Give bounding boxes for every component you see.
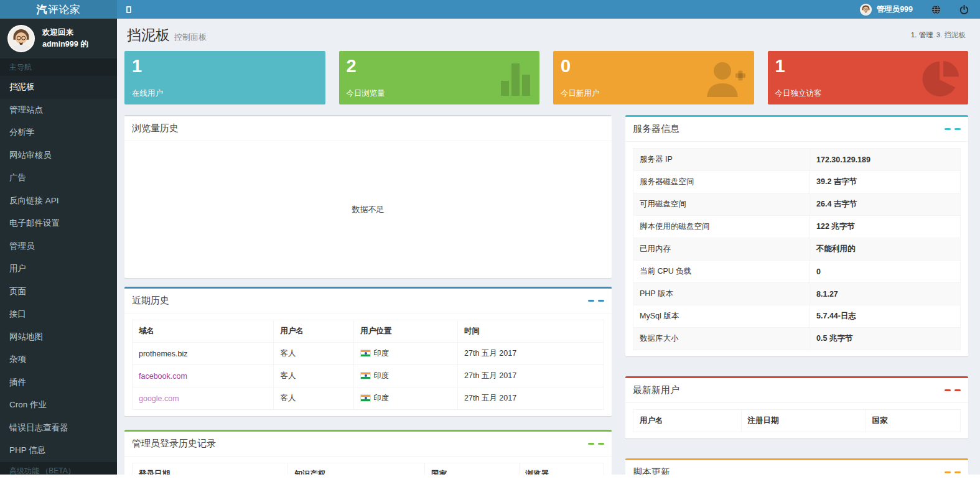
sidebar-item-api[interactable]: 接口: [0, 303, 117, 326]
domain-link[interactable]: google.com: [139, 394, 179, 403]
script-update-panel: 脚本更新 您的版本 2.8 版: [625, 458, 968, 475]
time-cell: 27th 五月 2017: [458, 387, 604, 410]
stat-row: 1 在线用户 2 今日浏览量 0 今日新用户: [124, 51, 968, 104]
column-header: 国家: [424, 463, 519, 475]
collapse-button[interactable]: [945, 389, 951, 392]
column-header: 用户名: [633, 410, 742, 432]
time-cell: 27th 五月 2017: [458, 343, 604, 365]
panel-title: 脚本更新: [633, 466, 670, 475]
panel-title: 最新新用户: [633, 384, 679, 396]
stat-label: 在线用户: [132, 88, 318, 99]
panel-tools: [945, 471, 961, 474]
table-row: google.com 客人 印度 27th 五月 2017: [133, 387, 604, 410]
sidebar-item-pages[interactable]: 页面: [0, 280, 117, 304]
sidebar-item-site-auditor[interactable]: 网站审核员: [0, 144, 117, 167]
sidebar-item-analytics[interactable]: 分析学: [0, 121, 117, 144]
pie-chart-icon: [922, 60, 961, 100]
welcome-text: 欢迎回来 admin999 的: [42, 27, 88, 51]
sidebar-menu: 主导航 挡泥板 管理站点 分析学 网站审核员 广告 反向链接 API 电子邮件设…: [0, 58, 117, 475]
recent-history-panel: 近期历史 域名 用户名 用户位置 时间: [124, 287, 612, 416]
remove-button[interactable]: [954, 128, 961, 131]
table-row: 服务器 IP172.30.129.189: [633, 149, 961, 171]
table-row: PHP 版本8.1.27: [633, 283, 961, 305]
table-row: 脚本使用的磁盘空间122 兆字节: [633, 216, 961, 238]
sidebar-item-error-log-viewer[interactable]: 错误日志查看器: [0, 417, 117, 440]
brand-logo[interactable]: 汽评论家: [0, 0, 117, 19]
server-info-panel: 服务器信息 服务器 IP172.30.129.189 服务器磁盘空间39.2 吉…: [625, 115, 968, 356]
stat-value: 1: [132, 57, 318, 75]
welcome-line1: 欢迎回来: [42, 27, 88, 39]
content-wrapper: 挡泥板控制面板 管理 > 挡泥板 1 在线用户 2 今日浏览量 0: [117, 19, 980, 475]
column-header: 注册日期: [741, 410, 866, 432]
side-column: 服务器信息 服务器 IP172.30.129.189 服务器磁盘空间39.2 吉…: [625, 115, 968, 475]
sidebar-item-cron-jobs[interactable]: Cron 作业: [0, 394, 117, 417]
table-row: 数据库大小0.5 兆字节: [633, 328, 961, 350]
brand-logo-bold: 汽: [37, 2, 48, 17]
stat-box-today-views[interactable]: 2 今日浏览量: [339, 51, 540, 104]
stat-box-unique-visitors[interactable]: 1 今日独立访客: [768, 51, 969, 104]
sidebar-section-advanced: 高级功能 （BETA）: [0, 462, 117, 475]
power-icon: [959, 5, 969, 14]
no-data-message: 数据不足: [352, 204, 385, 215]
menu-toggle-icon: [126, 6, 131, 13]
sidebar-item-users[interactable]: 用户: [0, 257, 117, 280]
sidebar-item-misc[interactable]: 杂项: [0, 348, 117, 371]
remove-button[interactable]: [598, 443, 604, 445]
india-flag-icon: [360, 372, 371, 379]
user-plus-icon: [706, 60, 747, 99]
views-history-chart-area: 数据不足: [124, 141, 612, 278]
table-row: 服务器磁盘空间39.2 吉字节: [633, 171, 961, 193]
user-menu[interactable]: 管理员999: [860, 4, 913, 16]
remove-button[interactable]: [598, 300, 604, 302]
location-cell: 印度: [354, 365, 458, 387]
sidebar-user-panel: 欢迎回来 admin999 的: [0, 19, 117, 58]
table-row: 当前 CPU 负载0: [633, 261, 961, 283]
domain-link[interactable]: prothemes.biz: [139, 350, 188, 358]
top-navbar: 管理员999: [117, 0, 980, 19]
language-globe-button[interactable]: [931, 5, 941, 14]
sidebar-toggle-button[interactable]: [117, 0, 141, 19]
column-header: 浏览器: [519, 463, 604, 475]
content-header: 挡泥板控制面板 管理 > 挡泥板: [124, 19, 968, 51]
panel-tools: [945, 389, 961, 392]
navbar-right: 管理员999: [860, 4, 980, 16]
column-header: 登录日期: [133, 463, 288, 475]
stat-box-online-users[interactable]: 1 在线用户: [124, 51, 325, 104]
sidebar-item-manage-site[interactable]: 管理站点: [0, 99, 117, 122]
page-footer: [0, 475, 980, 482]
table-row: 已用内存不能利用的: [633, 238, 961, 261]
location-cell: 印度: [354, 343, 458, 365]
bar-chart-icon: [501, 60, 532, 98]
sidebar-item-sitemap[interactable]: 网站地图: [0, 326, 117, 349]
time-cell: 27th 五月 2017: [458, 365, 604, 387]
brand-logo-text: 评论家: [48, 2, 81, 17]
sidebar-item-admins[interactable]: 管理员: [0, 235, 117, 258]
collapse-button[interactable]: [945, 128, 951, 131]
collapse-button[interactable]: [588, 443, 594, 445]
domain-link[interactable]: facebook.com: [139, 372, 187, 381]
remove-button[interactable]: [954, 389, 961, 392]
main-column: 浏览量历史 数据不足 近期历史: [124, 115, 612, 475]
panel-tools: [945, 128, 961, 131]
avatar: [7, 25, 35, 52]
column-header: 域名: [133, 320, 274, 343]
collapse-button[interactable]: [588, 300, 594, 302]
sidebar-item-email-settings[interactable]: 电子邮件设置: [0, 212, 117, 235]
main-header: 汽评论家 管理员999: [0, 0, 980, 19]
sidebar-item-ads[interactable]: 广告: [0, 167, 117, 190]
sidebar-item-plugins[interactable]: 插件: [0, 371, 117, 394]
sidebar-item-php-info[interactable]: PHP 信息: [0, 439, 117, 462]
sidebar: 欢迎回来 admin999 的 主导航 挡泥板 管理站点 分析学 网站审核员 广…: [0, 19, 117, 475]
logout-power-button[interactable]: [959, 5, 969, 14]
sidebar-section-label: 主导航: [0, 58, 117, 76]
avatar: [860, 4, 872, 16]
panel-title: 管理员登录历史记录: [132, 438, 216, 450]
india-flag-icon: [360, 394, 371, 402]
panel-title: 浏览量历史: [132, 123, 179, 134]
collapse-button[interactable]: [945, 471, 951, 474]
sidebar-item-dashboard[interactable]: 挡泥板: [0, 76, 117, 99]
stat-box-new-users[interactable]: 0 今日新用户: [553, 51, 754, 104]
column-header: 时间: [458, 320, 604, 343]
sidebar-item-backlink-api[interactable]: 反向链接 API: [0, 190, 117, 213]
remove-button[interactable]: [954, 471, 961, 474]
